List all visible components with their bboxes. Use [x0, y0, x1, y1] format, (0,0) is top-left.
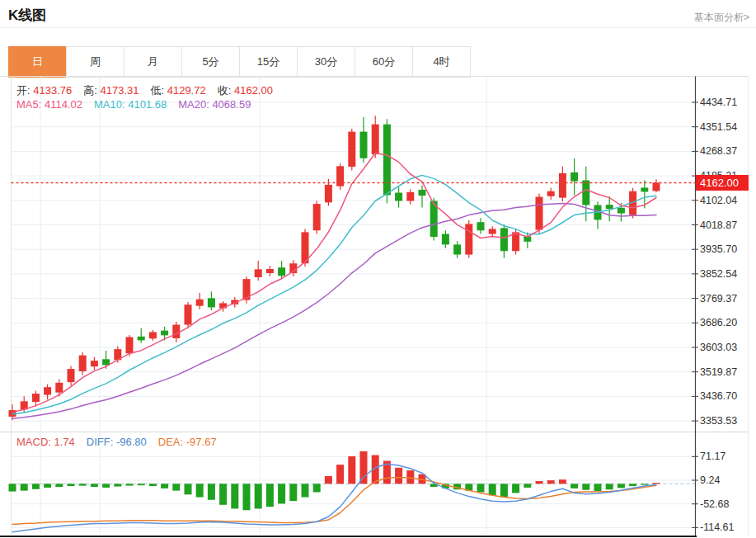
- macd-hist-bar: [571, 484, 578, 488]
- macd-hist-bar: [536, 481, 543, 484]
- main-axis-label: 4102.04: [700, 195, 737, 206]
- macd-hist-bar: [500, 484, 508, 497]
- candle-body: [278, 267, 285, 276]
- candle-body: [419, 190, 426, 196]
- candle-body: [395, 193, 402, 201]
- last-price-tag: 4162.00: [696, 175, 749, 191]
- macd-hist-bar: [360, 451, 368, 484]
- main-axis-label: 3935.70: [700, 243, 737, 255]
- candle-body: [372, 125, 379, 154]
- macd-item: DEA: -97.67: [158, 436, 217, 448]
- candle-body: [172, 325, 180, 338]
- macd-hist-bar: [114, 484, 121, 486]
- candle-body: [44, 387, 51, 394]
- candle-body: [536, 197, 543, 230]
- candle-body: [489, 229, 496, 234]
- candle-body: [547, 191, 555, 196]
- macd-hist-bar: [266, 484, 274, 507]
- macd-item: MACD: 1.74: [16, 436, 75, 448]
- macd-hist-bar: [278, 484, 285, 503]
- macd-hist-bar: [102, 484, 110, 488]
- candle-body: [465, 224, 472, 254]
- macd-hist-bar: [196, 484, 204, 497]
- macd-hist-bar: [172, 484, 180, 490]
- macd-hist-bar: [231, 484, 238, 508]
- macd-hist-bar: [149, 484, 157, 486]
- macd-hist-bar: [489, 484, 496, 495]
- macd-hist-bar: [336, 465, 344, 484]
- macd-hist-bar: [126, 484, 134, 485]
- candle-body: [348, 132, 355, 167]
- macd-hist-bar: [617, 484, 625, 488]
- candle-body: [442, 234, 449, 245]
- ma-item: MA5: 4114.02: [16, 98, 82, 111]
- macd-hist-bar: [138, 484, 145, 485]
- candle-body: [582, 181, 589, 205]
- main-axis-label: 3603.03: [700, 342, 737, 353]
- candle-body: [617, 208, 625, 214]
- macd-hist-bar: [512, 484, 519, 493]
- main-axis-label: 3436.70: [700, 390, 737, 402]
- candle-body: [559, 173, 566, 198]
- ohlc-item: 开: 4133.76: [16, 84, 72, 97]
- main-axis-label: 4434.71: [700, 97, 737, 108]
- candle-body: [606, 205, 613, 209]
- ma20-line: [12, 204, 656, 419]
- candle-body: [138, 337, 145, 341]
- macd-hist-bar: [559, 479, 566, 484]
- macd-hist-bar: [606, 484, 613, 489]
- candle-body: [500, 228, 508, 251]
- candle-body: [266, 269, 274, 273]
- macd-hist-bar: [255, 484, 262, 508]
- ohlc-item: 高: 4173.31: [83, 84, 139, 97]
- candle-body: [255, 269, 262, 277]
- macd-hist-bar: [313, 484, 321, 492]
- macd-hist-bar: [44, 484, 51, 488]
- candle-body: [641, 187, 648, 191]
- macd-hist-bar: [21, 484, 28, 490]
- kline-widget: { "header": { "title": "K线图", "link": "基…: [0, 0, 756, 538]
- main-axis-label: 4018.87: [700, 219, 737, 231]
- kline-chart[interactable]: 4434.714351.544268.374185.214102.044018.…: [0, 0, 756, 538]
- macd-hist-bar: [395, 468, 402, 484]
- main-axis-label: 4351.54: [700, 121, 737, 133]
- macd-item: DIFF: -96.80: [87, 436, 147, 448]
- macd-hist-bar: [348, 456, 355, 484]
- macd-hist-bar: [9, 484, 16, 491]
- ohlc-item: 低: 4129.72: [150, 84, 205, 97]
- macd-hist-bar: [524, 484, 531, 488]
- main-axis-label: 3519.87: [700, 366, 737, 378]
- candle-body: [453, 244, 461, 254]
- candle-body: [55, 383, 63, 393]
- macd-hist-bar: [219, 484, 227, 504]
- candle-body: [32, 394, 40, 402]
- candle-body: [149, 332, 157, 338]
- macd-hist-bar: [653, 483, 660, 484]
- macd-hist-bar: [79, 484, 87, 485]
- macd-hist-bar: [594, 484, 602, 491]
- macd-hist-bar: [208, 484, 215, 499]
- macd-hist-bar: [641, 484, 648, 484]
- candle-body: [571, 172, 578, 182]
- macd-readout: MACD: 1.74DIFF: -96.80DEA: -97.67: [16, 436, 228, 448]
- candle-body: [91, 361, 98, 366]
- macd-axis-label: -52.68: [700, 498, 729, 510]
- candle-body: [185, 304, 192, 324]
- candle-body: [68, 369, 75, 382]
- macd-hist-bar: [582, 484, 589, 489]
- candle-body: [477, 222, 485, 230]
- candle-body: [360, 132, 368, 158]
- macd-axis-label: 71.17: [700, 451, 725, 462]
- candle-body: [512, 232, 519, 251]
- candle-body: [79, 356, 87, 371]
- ohlc-readout: 开: 4133.76高: 4173.31低: 4129.72收: 4162.00: [16, 83, 284, 98]
- macd-hist-bar: [243, 484, 251, 510]
- macd-hist-bar: [161, 484, 168, 488]
- ma-readout: MA5: 4114.02MA10: 4101.68MA20: 4068.59: [16, 98, 262, 111]
- main-axis-label: 3769.37: [700, 293, 737, 304]
- ma-item: MA20: 4068.59: [178, 98, 251, 111]
- candle-body: [126, 337, 134, 354]
- macd-hist-bar: [32, 484, 40, 488]
- macd-hist-bar: [91, 484, 98, 487]
- ma-item: MA10: 4101.68: [94, 98, 167, 111]
